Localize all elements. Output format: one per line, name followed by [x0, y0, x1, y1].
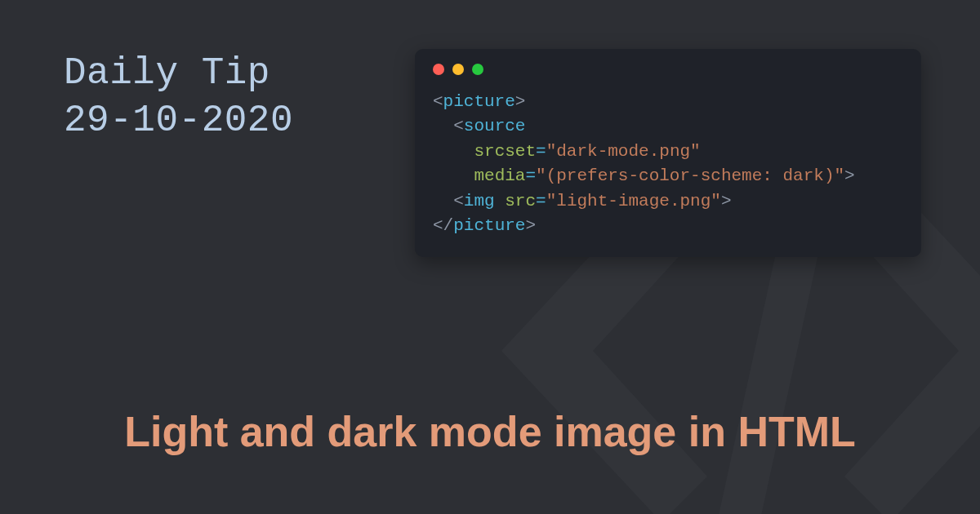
window-traffic-lights: [433, 64, 903, 75]
maximize-icon: [472, 64, 483, 75]
code-snippet: <picture> <source srcset="dark-mode.png"…: [433, 90, 903, 239]
header-label: Daily Tip: [64, 51, 293, 98]
close-icon: [433, 64, 444, 75]
minimize-icon: [452, 64, 464, 75]
code-window: <picture> <source srcset="dark-mode.png"…: [415, 49, 921, 257]
header-block: Daily Tip 29-10-2020: [64, 51, 293, 144]
header-date: 29-10-2020: [64, 98, 293, 145]
article-title: Light and dark mode image in HTML: [0, 406, 980, 457]
